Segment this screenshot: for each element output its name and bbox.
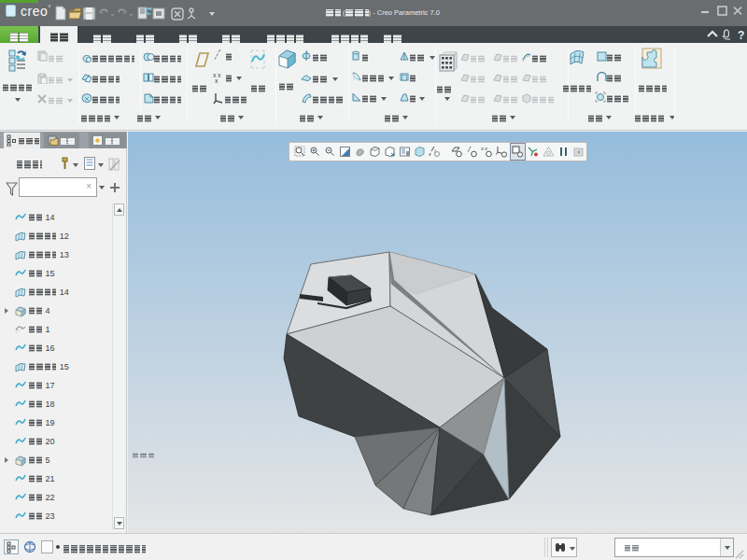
- svg-text:x: x: [218, 72, 221, 78]
- svg-text:x: x: [215, 77, 218, 84]
